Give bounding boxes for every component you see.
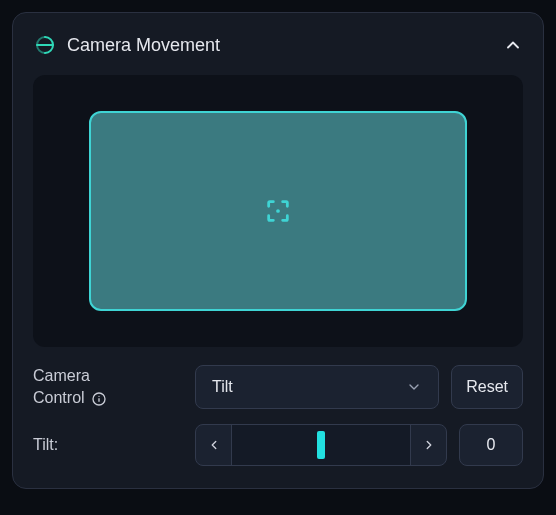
tilt-value[interactable]: 0 bbox=[459, 424, 523, 466]
select-value: Tilt bbox=[212, 378, 233, 396]
label-line2: Control bbox=[33, 387, 85, 409]
tilt-slider-row: Tilt: 0 bbox=[33, 424, 523, 466]
tilt-slider[interactable] bbox=[195, 424, 447, 466]
reset-button[interactable]: Reset bbox=[451, 365, 523, 409]
svg-point-0 bbox=[276, 209, 280, 213]
tilt-value-text: 0 bbox=[487, 436, 496, 454]
reset-label: Reset bbox=[466, 378, 508, 396]
chevron-down-icon bbox=[406, 379, 422, 395]
tilt-label: Tilt: bbox=[33, 436, 183, 454]
svg-point-3 bbox=[98, 395, 99, 396]
slider-track[interactable] bbox=[232, 425, 410, 465]
camera-control-row: Camera Control Tilt Rese bbox=[33, 365, 523, 410]
info-icon[interactable] bbox=[91, 391, 107, 407]
preview-container bbox=[33, 75, 523, 347]
chevron-left-icon bbox=[207, 438, 221, 452]
chevron-right-icon bbox=[422, 438, 436, 452]
camera-control-label: Camera Control bbox=[33, 365, 183, 410]
camera-movement-panel: Camera Movement Camera Co bbox=[12, 12, 544, 489]
collapse-toggle[interactable] bbox=[503, 35, 523, 55]
camera-preview[interactable] bbox=[89, 111, 467, 311]
panel-header: Camera Movement bbox=[33, 33, 523, 57]
header-left: Camera Movement bbox=[33, 33, 220, 57]
camera-movement-icon bbox=[33, 33, 57, 57]
label-line1: Camera bbox=[33, 365, 183, 387]
slider-thumb[interactable] bbox=[317, 431, 325, 459]
slider-decrease-button[interactable] bbox=[196, 425, 232, 465]
camera-control-select[interactable]: Tilt bbox=[195, 365, 439, 409]
slider-increase-button[interactable] bbox=[410, 425, 446, 465]
chevron-up-icon bbox=[503, 35, 523, 55]
panel-title: Camera Movement bbox=[67, 35, 220, 56]
focus-target-icon bbox=[264, 197, 292, 225]
label-line2-wrap: Control bbox=[33, 387, 183, 409]
